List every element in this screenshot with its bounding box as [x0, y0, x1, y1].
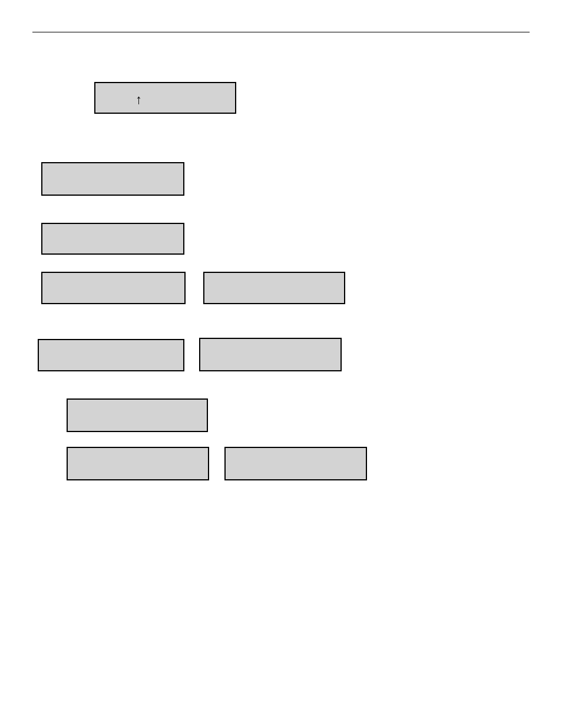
- box-8: [67, 398, 208, 432]
- box-3: [41, 223, 184, 255]
- box-7: [199, 338, 342, 371]
- horizontal-rule: [32, 32, 530, 32]
- up-arrow-icon: ↑: [135, 93, 142, 106]
- box-6: [38, 339, 184, 371]
- page: ↑: [0, 0, 562, 728]
- box-10: [224, 447, 367, 480]
- box-5: [203, 272, 345, 304]
- box-2: [41, 162, 184, 196]
- box-4: [41, 272, 186, 304]
- box-1: [94, 82, 236, 114]
- box-9: [67, 447, 209, 480]
